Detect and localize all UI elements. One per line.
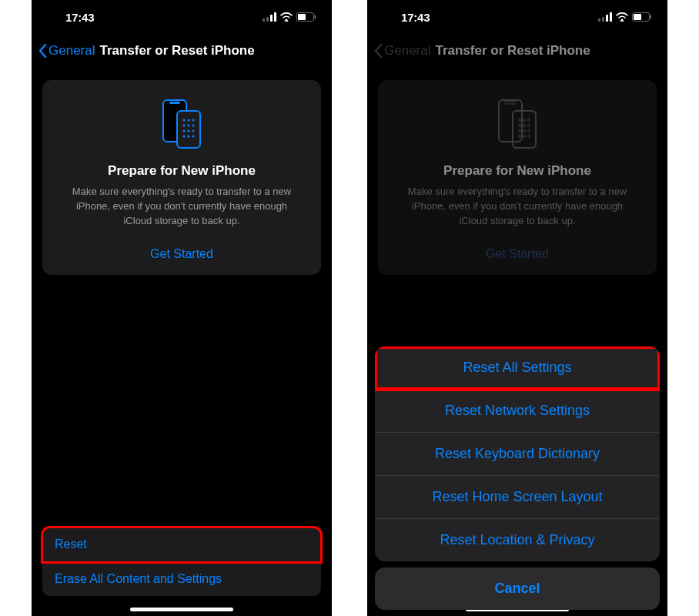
prepare-title: Prepare for New iPhone [58, 163, 306, 179]
svg-point-11 [183, 119, 186, 122]
svg-point-36 [528, 119, 530, 122]
svg-point-39 [528, 125, 530, 127]
svg-point-41 [523, 130, 526, 132]
bottom-options: Reset Erase All Content and Settings [42, 527, 321, 596]
svg-point-34 [519, 119, 521, 122]
reset-all-settings[interactable]: Reset All Settings [375, 346, 660, 390]
svg-point-27 [621, 19, 624, 22]
back-button[interactable]: General [38, 43, 95, 59]
svg-point-4 [286, 19, 288, 22]
reset-location-privacy[interactable]: Reset Location & Privacy [375, 519, 660, 561]
nav-title: Transfer or Reset iPhone [435, 43, 590, 59]
action-sheet: Reset All Settings Reset Network Setting… [375, 346, 660, 610]
svg-point-13 [192, 119, 195, 122]
svg-point-19 [192, 130, 195, 132]
svg-point-22 [192, 136, 195, 138]
svg-rect-1 [266, 17, 269, 22]
status-bar: 17:43 [367, 0, 667, 34]
svg-point-35 [523, 119, 526, 122]
svg-point-16 [192, 125, 195, 127]
back-button: General [373, 43, 430, 59]
cellular-icon [263, 12, 276, 22]
svg-point-44 [523, 136, 526, 138]
svg-point-17 [183, 130, 186, 132]
svg-point-18 [188, 130, 190, 132]
svg-rect-23 [598, 18, 600, 22]
reset-keyboard-dictionary[interactable]: Reset Keyboard Dictionary [375, 433, 660, 476]
home-indicator[interactable] [130, 608, 233, 611]
svg-rect-24 [602, 17, 604, 22]
prepare-description: Make sure everything's ready to transfer… [58, 185, 306, 229]
wifi-icon [616, 12, 628, 22]
svg-rect-25 [606, 15, 608, 22]
svg-rect-9 [169, 102, 180, 104]
svg-point-40 [519, 130, 521, 132]
prepare-card: Prepare for New iPhone Make sure everyth… [378, 80, 657, 275]
svg-point-15 [188, 125, 190, 127]
svg-rect-6 [298, 14, 306, 20]
svg-rect-3 [274, 12, 276, 22]
svg-point-12 [188, 119, 190, 122]
erase-row[interactable]: Erase All Content and Settings [42, 562, 321, 596]
status-indicators [598, 12, 652, 22]
devices-icon [494, 97, 540, 151]
svg-rect-32 [505, 102, 516, 104]
svg-rect-7 [315, 15, 316, 19]
get-started-button: Get Started [393, 247, 641, 261]
back-label: General [384, 43, 430, 59]
right-phone: 17:43 General Transfer or Reset iPhone [367, 0, 667, 616]
nav-title: Transfer or Reset iPhone [99, 43, 254, 59]
reset-row[interactable]: Reset [42, 527, 321, 562]
status-time: 17:43 [401, 11, 430, 24]
battery-icon [632, 12, 652, 22]
left-phone: 17:43 General Transfer or Reset iPhone [32, 0, 332, 616]
svg-point-43 [519, 136, 521, 138]
svg-point-14 [183, 125, 186, 127]
svg-point-20 [183, 136, 186, 138]
chevron-left-icon [38, 43, 47, 59]
reset-network-settings[interactable]: Reset Network Settings [375, 390, 660, 433]
status-time: 17:43 [65, 11, 94, 24]
svg-rect-26 [610, 12, 612, 22]
svg-rect-0 [263, 18, 265, 22]
cellular-icon [598, 12, 612, 22]
devices-icon [159, 97, 205, 151]
nav-bar: General Transfer or Reset iPhone [32, 34, 332, 68]
prepare-title: Prepare for New iPhone [393, 163, 641, 179]
prepare-description: Make sure everything's ready to transfer… [393, 185, 641, 229]
chevron-left-icon [373, 43, 383, 59]
wifi-icon [280, 12, 293, 22]
svg-point-21 [188, 136, 190, 138]
back-label: General [48, 43, 95, 59]
get-started-button[interactable]: Get Started [58, 247, 306, 261]
svg-point-37 [519, 125, 521, 127]
prepare-card: Prepare for New iPhone Make sure everyth… [42, 80, 321, 275]
svg-point-38 [523, 125, 526, 127]
svg-rect-10 [177, 111, 200, 148]
sheet-options: Reset All Settings Reset Network Setting… [375, 346, 660, 561]
content: Prepare for New iPhone Make sure everyth… [367, 68, 667, 287]
svg-rect-29 [634, 14, 641, 20]
battery-icon [296, 12, 316, 22]
status-indicators [263, 12, 316, 22]
svg-point-45 [528, 136, 530, 138]
content: Prepare for New iPhone Make sure everyth… [32, 68, 332, 287]
reset-home-screen-layout[interactable]: Reset Home Screen Layout [375, 476, 660, 519]
cancel-button[interactable]: Cancel [375, 567, 660, 610]
nav-bar: General Transfer or Reset iPhone [367, 34, 667, 68]
svg-rect-2 [270, 15, 273, 22]
svg-point-42 [528, 130, 530, 132]
status-bar: 17:43 [32, 0, 332, 34]
svg-rect-30 [651, 15, 652, 19]
